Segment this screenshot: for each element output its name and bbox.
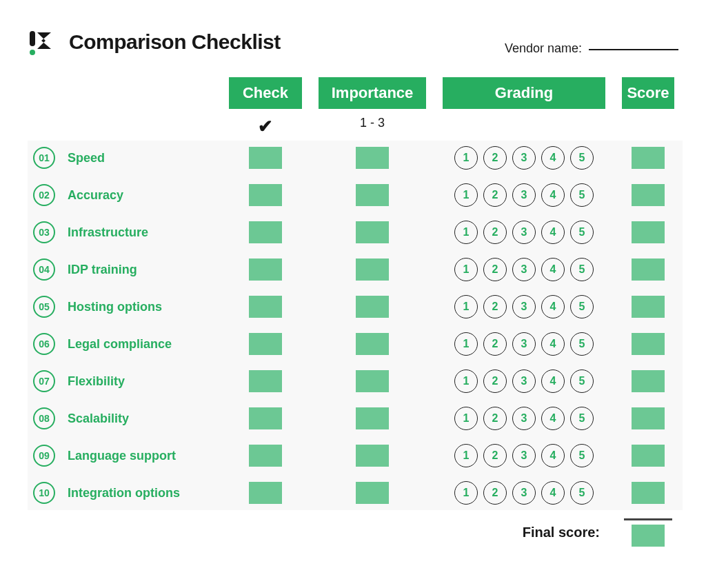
check-box[interactable]	[249, 147, 282, 169]
score-box[interactable]	[632, 296, 665, 318]
grade-option[interactable]: 1	[454, 221, 478, 244]
score-box[interactable]	[632, 333, 665, 355]
importance-box[interactable]	[356, 482, 389, 504]
score-box[interactable]	[632, 258, 665, 281]
score-box[interactable]	[632, 184, 665, 206]
score-box[interactable]	[632, 370, 665, 392]
score-box[interactable]	[632, 482, 665, 504]
grade-option[interactable]: 3	[512, 369, 536, 393]
criteria-number: 07	[33, 370, 55, 392]
grade-option[interactable]: 4	[541, 183, 565, 207]
score-box[interactable]	[632, 445, 665, 467]
score-box[interactable]	[632, 221, 665, 243]
grade-option[interactable]: 3	[512, 146, 536, 170]
criteria-row: 09Language support	[28, 445, 221, 467]
check-box[interactable]	[249, 370, 282, 392]
check-box[interactable]	[249, 445, 282, 467]
grade-option[interactable]: 4	[541, 258, 565, 281]
grade-option[interactable]: 3	[512, 183, 536, 207]
criteria-row: 08Scalability	[28, 407, 221, 429]
importance-box[interactable]	[356, 333, 389, 355]
grade-option[interactable]: 1	[454, 332, 478, 356]
grade-option[interactable]: 3	[512, 221, 536, 244]
grade-option[interactable]: 3	[512, 295, 536, 318]
vendor-name-input[interactable]	[589, 49, 678, 50]
grade-option[interactable]: 5	[570, 444, 594, 467]
grade-option[interactable]: 5	[570, 295, 594, 318]
check-box[interactable]	[249, 184, 282, 206]
score-box[interactable]	[632, 407, 665, 429]
grade-option[interactable]: 4	[541, 146, 565, 170]
grade-option[interactable]: 4	[541, 369, 565, 393]
grading-row: 12345	[434, 332, 614, 356]
grade-option[interactable]: 1	[454, 407, 478, 430]
importance-box[interactable]	[356, 445, 389, 467]
grade-option[interactable]: 1	[454, 258, 478, 281]
importance-box[interactable]	[356, 296, 389, 318]
grade-option[interactable]: 2	[483, 444, 507, 467]
check-box[interactable]	[249, 258, 282, 281]
logo-icon	[28, 28, 57, 57]
final-score-box[interactable]	[632, 525, 665, 547]
grade-option[interactable]: 2	[483, 332, 507, 356]
importance-box[interactable]	[356, 407, 389, 429]
importance-box[interactable]	[356, 258, 389, 281]
grade-option[interactable]: 1	[454, 295, 478, 318]
grade-option[interactable]: 4	[541, 444, 565, 467]
check-box[interactable]	[249, 482, 282, 504]
grade-option[interactable]: 3	[512, 444, 536, 467]
criteria-number: 06	[33, 333, 55, 355]
grade-option[interactable]: 4	[541, 481, 565, 505]
grade-option[interactable]: 2	[483, 407, 507, 430]
grade-option[interactable]: 4	[541, 332, 565, 356]
grade-option[interactable]: 2	[483, 369, 507, 393]
check-box[interactable]	[249, 221, 282, 243]
importance-box[interactable]	[356, 184, 389, 206]
grade-option[interactable]: 5	[570, 369, 594, 393]
criteria-row: 02Accuracy	[28, 184, 221, 206]
grade-option[interactable]: 4	[541, 407, 565, 430]
grade-option[interactable]: 3	[512, 258, 536, 281]
criteria-number: 08	[33, 407, 55, 429]
grade-option[interactable]: 5	[570, 221, 594, 244]
grade-option[interactable]: 2	[483, 146, 507, 170]
grade-option[interactable]: 5	[570, 183, 594, 207]
grade-option[interactable]: 4	[541, 221, 565, 244]
importance-box[interactable]	[356, 370, 389, 392]
grade-option[interactable]: 5	[570, 258, 594, 281]
criteria-label: IDP training	[68, 263, 137, 277]
importance-box[interactable]	[356, 221, 389, 243]
grade-option[interactable]: 1	[454, 146, 478, 170]
grade-option[interactable]: 2	[483, 258, 507, 281]
criteria-row: 03Infrastructure	[28, 221, 221, 243]
grade-option[interactable]: 2	[483, 221, 507, 244]
grade-option[interactable]: 5	[570, 481, 594, 505]
grade-option[interactable]: 2	[483, 481, 507, 505]
check-box[interactable]	[249, 407, 282, 429]
criteria-label: Speed	[68, 151, 105, 165]
grade-option[interactable]: 1	[454, 369, 478, 393]
check-box[interactable]	[249, 296, 282, 318]
grade-option[interactable]: 1	[454, 444, 478, 467]
grade-option[interactable]: 3	[512, 332, 536, 356]
grade-option[interactable]: 5	[570, 407, 594, 430]
criteria-label: Scalability	[68, 412, 129, 426]
grade-option[interactable]: 4	[541, 295, 565, 318]
grade-option[interactable]: 2	[483, 295, 507, 318]
check-box[interactable]	[249, 333, 282, 355]
grading-row: 12345	[434, 258, 614, 281]
grade-option[interactable]: 2	[483, 183, 507, 207]
grade-option[interactable]: 5	[570, 332, 594, 356]
score-box[interactable]	[632, 147, 665, 169]
criteria-label: Flexibility	[68, 374, 125, 389]
grade-option[interactable]: 1	[454, 481, 478, 505]
grade-option[interactable]: 5	[570, 146, 594, 170]
criteria-number: 02	[33, 184, 55, 206]
grade-option[interactable]: 3	[512, 407, 536, 430]
grading-row: 12345	[434, 221, 614, 244]
grade-option[interactable]: 1	[454, 183, 478, 207]
criteria-row: 06Legal compliance	[28, 333, 221, 355]
grade-option[interactable]: 3	[512, 481, 536, 505]
importance-box[interactable]	[356, 147, 389, 169]
svg-point-1	[30, 50, 35, 55]
